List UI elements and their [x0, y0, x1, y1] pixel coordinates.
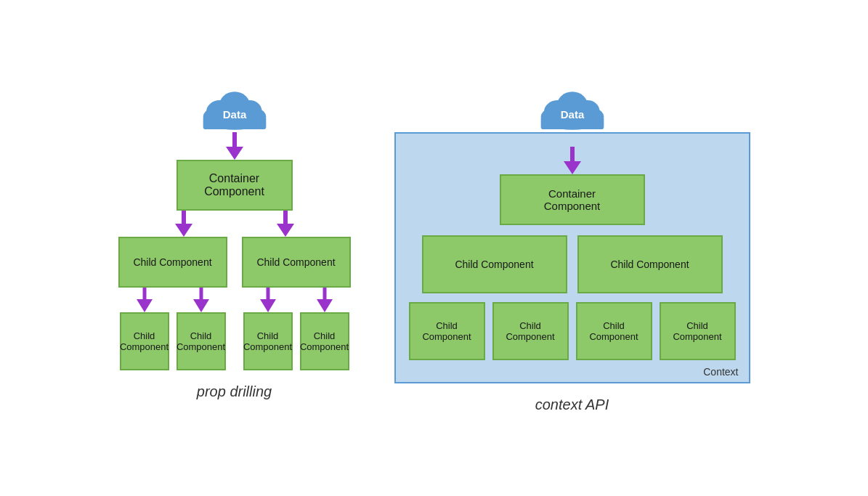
child-component-2-left: Child Component	[242, 237, 351, 288]
arrow-cloud-to-container-left	[224, 132, 246, 160]
branch-left: Child Component	[118, 237, 227, 370]
svg-marker-16	[193, 299, 209, 312]
leaf-4: Child Component	[300, 312, 349, 370]
branch-right: Child Component	[242, 237, 351, 370]
svg-text:Data: Data	[560, 108, 584, 121]
arrow-to-leaf4-left	[315, 288, 334, 312]
children-level-left: Child Component	[118, 237, 351, 370]
context-api-label: context API	[535, 397, 609, 413]
arrow-to-child1-left	[173, 211, 195, 237]
svg-marker-8	[226, 147, 243, 160]
leaf-2: Child Component	[177, 312, 226, 370]
leaf-3: Child Component	[243, 312, 293, 370]
svg-text:Data: Data	[222, 108, 246, 121]
arrows-from-container-left	[173, 211, 296, 237]
arrow-to-leaf2-left	[192, 288, 211, 312]
data-cloud-right: Data	[536, 83, 609, 132]
arrows-from-child1-left	[135, 288, 211, 312]
prop-drilling-label: prop drilling	[197, 383, 272, 400]
child-component-1-right: Child Component	[422, 235, 567, 293]
arrow-cloud-to-container-right	[561, 147, 583, 174]
svg-marker-14	[137, 299, 153, 312]
leaf-2-right: Child Component	[492, 302, 569, 360]
arrow-to-child2-left	[275, 211, 296, 237]
prop-drilling-diagram: Data Container Component	[118, 83, 351, 400]
leaves-child2: Child Component Child Component	[243, 312, 349, 370]
context-leaves-row: Child Component Child Component Child Co…	[409, 302, 736, 360]
context-label: Context	[703, 366, 738, 378]
svg-marker-20	[317, 299, 333, 312]
svg-marker-28	[564, 161, 581, 174]
child-component-2-right: Child Component	[577, 235, 723, 293]
leaves-child1: Child Component Child Component	[120, 312, 226, 370]
arrow-to-leaf1-left	[135, 288, 154, 312]
leaf-3-right: Child Component	[576, 302, 652, 360]
prop-tree: Data Container Component	[118, 83, 351, 370]
svg-marker-18	[260, 299, 276, 312]
leaf-4-right: Child Component	[660, 302, 736, 360]
container-component-right: Container Component	[500, 174, 645, 225]
context-outer-box: Container Component Child Component Chil…	[394, 132, 750, 383]
leaf-1-right: Child Component	[409, 302, 485, 360]
arrow-to-leaf3-left	[259, 288, 277, 312]
data-cloud-left: Data	[198, 83, 271, 132]
context-api-diagram: Data Container Component Child Component…	[394, 83, 750, 413]
leaf-1: Child Component	[120, 312, 169, 370]
child-component-1-left: Child Component	[118, 237, 227, 288]
container-component-left: Container Component	[177, 160, 293, 211]
svg-marker-10	[175, 224, 192, 237]
arrows-from-child2-left	[259, 288, 334, 312]
context-children-row: Child Component Child Component	[422, 235, 723, 293]
svg-marker-12	[277, 224, 294, 237]
diagrams-container: Data Container Component	[89, 68, 779, 428]
